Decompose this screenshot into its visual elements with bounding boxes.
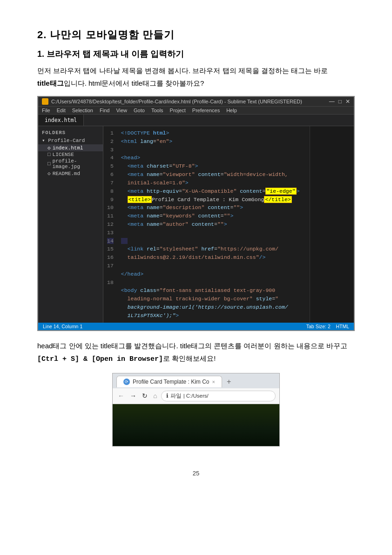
browser-tab-active[interactable]: ⟳ Profile Card Template : Kim Co × [116, 376, 222, 387]
desc-bold: [Ctrl + S] & [Open in Browser] [37, 355, 163, 363]
intro-bold: title태그 [37, 79, 64, 87]
statusbar-right: Tab Size: 2 HTML [306, 324, 349, 329]
maximize-icon[interactable]: □ [338, 98, 342, 105]
browser-address-bar[interactable]: ℹ 파일 | C:/Users/ [161, 391, 276, 401]
menu-selection[interactable]: Selection [72, 108, 93, 113]
sidebar-item-license[interactable]: □ LICENSE [38, 151, 103, 158]
address-info-icon: ℹ [166, 393, 169, 399]
code-content: <!DOCTYPE html> <html lang="en"> <head> … [117, 126, 310, 323]
sidebar-folder-profile-card[interactable]: ▾ Profile-Card [38, 136, 103, 144]
section-title: 2. 나만의 모바일명함 만들기 [37, 28, 355, 42]
editor-body: FOLDERS ▾ Profile-Card ◇ index.html □ LI… [38, 126, 354, 323]
statusbar-position: Line 14, Column 1 [43, 324, 82, 329]
back-button[interactable]: ← [116, 391, 126, 400]
address-text: 파일 | C:/Users/ [170, 393, 208, 399]
editor-screenshot: C:/Users/W24878/Desktop/test_folder/Prof… [37, 96, 355, 331]
sidebar-item-readme[interactable]: ◇ README.md [38, 170, 103, 177]
intro-text1: 먼저 브라우저 탭에 나타날 제목을 변경해 봅시다. 브라우저 탭의 제목을 … [37, 67, 328, 74]
browser-screenshot: ⟳ Profile Card Template : Kim Co × + ← →… [112, 373, 280, 447]
intro-text2: 입니다. html문서에서 title태그를 찾아볼까요? [64, 79, 204, 87]
desc-text2: 로 확인해보세요! [163, 354, 216, 362]
browser-tabs: ⟳ Profile Card Template : Kim Co × + [113, 373, 279, 388]
file-icon-2: □ [47, 152, 51, 157]
menu-project[interactable]: Project [170, 108, 186, 113]
browser-toolbar: ← → ↻ ⌂ ℹ 파일 | C:/Users/ [113, 388, 279, 404]
file-icon: ◇ [47, 145, 51, 151]
sidebar-item-index[interactable]: ◇ index.html [38, 144, 103, 151]
menu-edit[interactable]: Edit [57, 108, 66, 113]
close-icon[interactable]: ✕ [345, 98, 350, 105]
editor-sidebar: FOLDERS ▾ Profile-Card ◇ index.html □ LI… [38, 126, 103, 323]
statusbar-lang: HTML [336, 324, 349, 329]
browser-tab-title: Profile Card Template : Kim Co [133, 379, 210, 385]
editor-menubar: File Edit Selection Find View Goto Tools… [38, 107, 354, 115]
reload-button[interactable]: ↻ [141, 391, 149, 400]
browser-tab-icon: ⟳ [123, 379, 130, 385]
menu-view[interactable]: View [116, 108, 127, 113]
browser-tab-new[interactable]: + [222, 375, 236, 388]
sidebar-header: FOLDERS [38, 129, 103, 136]
editor-statusbar: Line 14, Column 1 Tab Size: 2 HTML [38, 323, 354, 330]
minimize-icon[interactable]: — [329, 98, 335, 105]
editor-right-panel [310, 126, 354, 323]
menu-tools[interactable]: Tools [151, 108, 163, 113]
desc-paragraph: head태그 안에 있는 title태그를 발견했습니다. title태그의 콘… [37, 339, 355, 365]
home-button[interactable]: ⌂ [152, 391, 158, 400]
page-number: 25 [37, 470, 355, 477]
menu-file[interactable]: File [42, 108, 50, 113]
intro-paragraph: 먼저 브라우저 탭에 나타날 제목을 변경해 봅시다. 브라우저 탭의 제목을 … [37, 64, 355, 89]
file-icon-4: ◇ [47, 170, 51, 176]
menu-find[interactable]: Find [100, 108, 109, 113]
line-numbers: 1234567891011121314151617 18 [103, 126, 117, 323]
forward-button[interactable]: → [128, 391, 138, 400]
editor-titlebar-right: — □ ✕ [329, 98, 350, 105]
editor-titlebar-left: C:/Users/W24878/Desktop/test_folder/Prof… [42, 98, 302, 105]
statusbar-tabsize: Tab Size: 2 [306, 324, 331, 329]
desc-text1: head태그 안에 있는 title태그를 발견했습니다. title태그의 콘… [37, 342, 347, 350]
editor-tab-index[interactable]: index.html [38, 115, 84, 126]
editor-app-icon [42, 98, 48, 105]
menu-help[interactable]: Help [226, 108, 237, 113]
sub-title: 1. 브라우저 탭 제목과 내 이름 입력하기 [37, 48, 355, 60]
editor-main: 1234567891011121314151617 18 <!DOCTYPE h… [103, 126, 310, 323]
menu-goto[interactable]: Goto [134, 108, 145, 113]
browser-tab-close[interactable]: × [212, 379, 215, 385]
file-icon-3: □ [47, 161, 51, 167]
menu-preferences[interactable]: Preferences [192, 108, 220, 113]
editor-title-text: C:/Users/W24878/Desktop/test_folder/Prof… [51, 99, 302, 104]
sidebar-item-profile-image[interactable]: □ profile-image.jpg [38, 158, 103, 170]
editor-tabs: index.html [38, 115, 354, 126]
editor-titlebar: C:/Users/W24878/Desktop/test_folder/Prof… [38, 97, 354, 107]
browser-content [113, 404, 279, 446]
